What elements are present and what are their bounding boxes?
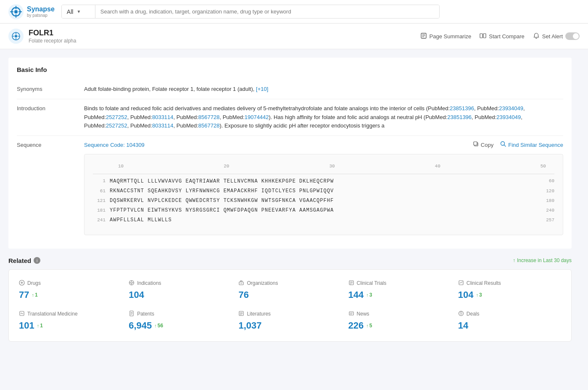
basic-info-title: Basic Info (17, 66, 563, 73)
clinical-trials-increase: ↑3 (366, 292, 372, 298)
svg-rect-52 (349, 312, 353, 315)
pubmed-23851396-2[interactable]: 23851396 (447, 114, 472, 120)
sequence-actions: Copy Find Similar Sequence (473, 141, 563, 150)
pubmed-23934049-2[interactable]: 23934049 (496, 114, 521, 120)
pubmed-2527252-2[interactable]: 2527252 (106, 122, 127, 129)
translational-increase: ↑1 (37, 323, 43, 329)
pubmed-2527252[interactable]: 2527252 (106, 114, 127, 120)
svg-rect-17 (480, 34, 483, 38)
translational-count: 101 (19, 320, 34, 331)
sequence-label: Sequence (17, 141, 84, 235)
patents-label: Patents (137, 311, 154, 317)
find-similar-icon (500, 141, 506, 150)
page-summarize-button[interactable]: Page Summarize (420, 32, 472, 40)
organizations-count: 76 (238, 289, 248, 300)
header: Synapse by patsnap All ▼ (0, 0, 588, 24)
related-item-news[interactable]: News 226 ↑5 (348, 310, 451, 331)
patents-count: 6,945 (129, 320, 152, 331)
related-item-indications[interactable]: Indications 104 (129, 280, 232, 300)
pubmed-19074442[interactable]: 19074442 (245, 114, 269, 120)
logo-icon (8, 4, 24, 19)
entity-info: FOLR1 Folate receptor alpha (8, 29, 76, 44)
start-compare-button[interactable]: Start Compare (480, 32, 525, 40)
set-alert-toggle[interactable] (565, 32, 580, 40)
drugs-label: Drugs (27, 280, 41, 286)
basic-info-section: Basic Info Synonyms Adult folate-binding… (8, 58, 572, 249)
sequence-line-2: 61 RKNACCSTNT SQEAHKDVSY LYRFNWNHCG EMAP… (93, 187, 554, 195)
sequence-line-5: 241 AWPFLLSLAL MLLWLLS 257 (93, 216, 554, 224)
news-count: 226 (348, 320, 364, 331)
sequence-line-1: 1 MAQRMTTQLL LLLVWVAVVG EAQTRIAWAR TELLN… (93, 178, 554, 186)
clinical-results-increase: ↑3 (476, 292, 482, 298)
related-item-literatures[interactable]: Literatures 1,037 (238, 310, 341, 331)
page-summarize-label: Page Summarize (430, 33, 472, 40)
toggle-knob (573, 33, 579, 39)
start-compare-icon (480, 32, 486, 40)
translational-icon (19, 310, 25, 318)
drugs-increase: ↑1 (32, 292, 37, 298)
pubmed-8567728[interactable]: 8567728 (198, 114, 220, 120)
pubmed-8033114-2[interactable]: 8033114 (152, 122, 174, 129)
indications-count: 104 (129, 289, 144, 300)
svg-line-43 (21, 313, 22, 314)
entity-details: FOLR1 Folate receptor alpha (29, 29, 76, 44)
patents-increase: ↑56 (154, 323, 163, 329)
sequence-row: Sequence Sequence Code: 104309 Cop (17, 136, 563, 240)
related-item-translational[interactable]: Translational Medicine 101 ↑1 (19, 310, 122, 331)
chevron-down-icon: ▼ (76, 9, 81, 14)
synonyms-row: Synonyms Adult folate-binding protein, F… (17, 80, 563, 99)
related-item-clinical-trials[interactable]: Clinical Trials 144 ↑3 (348, 280, 451, 300)
entity-icon (8, 29, 24, 44)
sequence-box: 10 20 30 40 50 1 MAQRMTTQLL LLLVWVAVVG E… (84, 154, 563, 235)
start-compare-label: Start Compare (489, 33, 525, 40)
introduction-label: Introduction (17, 104, 84, 130)
related-title: Related (8, 257, 31, 264)
copy-button[interactable]: Copy (473, 141, 493, 150)
svg-point-55 (459, 311, 463, 316)
synonyms-label: Synonyms (17, 85, 84, 94)
related-item-patents[interactable]: Patents 6,945 ↑56 (129, 310, 232, 331)
sequence-code-link[interactable]: Sequence Code: 104309 (84, 141, 145, 150)
related-section: Related i ↑ Increase in Last 30 days Dru… (8, 257, 572, 342)
drugs-count: 77 (19, 289, 29, 300)
related-info-icon[interactable]: i (34, 257, 40, 264)
svg-point-2 (14, 10, 18, 13)
sequence-line-3: 121 DQSWRKERVL NVPLCKEDCE QWWEDCRTSY TCK… (93, 197, 554, 205)
organizations-label: Organizations (247, 280, 278, 286)
search-input[interactable] (95, 5, 439, 18)
related-item-drugs[interactable]: Drugs 77 ↑1 (19, 280, 122, 300)
news-increase: ↑5 (366, 323, 372, 329)
find-similar-button[interactable]: Find Similar Sequence (500, 141, 563, 150)
related-grid: Drugs 77 ↑1 Indications 1 (8, 269, 572, 342)
pubmed-23851396[interactable]: 23851396 (450, 105, 474, 111)
indications-label: Indications (137, 280, 161, 286)
sequence-ruler: 10 20 30 40 50 (93, 163, 554, 174)
entity-header: FOLR1 Folate receptor alpha Page Summari… (0, 24, 588, 49)
increase-text: Increase in Last 30 days (517, 257, 572, 263)
pubmed-8033114[interactable]: 8033114 (152, 114, 174, 120)
pubmed-8567728-2[interactable]: 8567728 (198, 122, 220, 129)
sequence-line-4: 181 YFPTPTVLCN EIWTHSYKVS NYSRGSGRCI QMW… (93, 207, 554, 215)
pubmed-23934049[interactable]: 23934049 (499, 105, 523, 111)
increase-label: ↑ Increase in Last 30 days (513, 257, 572, 263)
logo-sub: by patsnap (27, 13, 55, 18)
svg-point-27 (131, 282, 132, 284)
content: Basic Info Synonyms Adult folate-binding… (0, 49, 580, 350)
set-alert-button[interactable]: Set Alert (533, 32, 580, 40)
find-similar-label: Find Similar Sequence (508, 141, 563, 150)
copy-icon (473, 141, 479, 150)
clinical-trials-label: Clinical Trials (357, 280, 387, 286)
translational-label: Translational Medicine (27, 311, 78, 317)
literatures-count: 1,037 (238, 320, 261, 331)
clinical-trials-icon (348, 280, 354, 287)
related-item-deals[interactable]: Deals 14 (458, 310, 561, 331)
related-item-clinical-results[interactable]: Clinical Results 104 ↑3 (458, 280, 561, 300)
synonyms-more[interactable]: [+10] (256, 86, 268, 92)
related-item-organizations[interactable]: Organizations 76 (238, 280, 341, 300)
clinical-trials-count: 144 (348, 289, 364, 300)
svg-rect-20 (474, 142, 477, 145)
search-select[interactable]: All ▼ (62, 5, 95, 18)
entity-name: FOLR1 (29, 29, 76, 37)
search-select-value: All (67, 8, 74, 15)
literatures-icon (238, 310, 244, 318)
